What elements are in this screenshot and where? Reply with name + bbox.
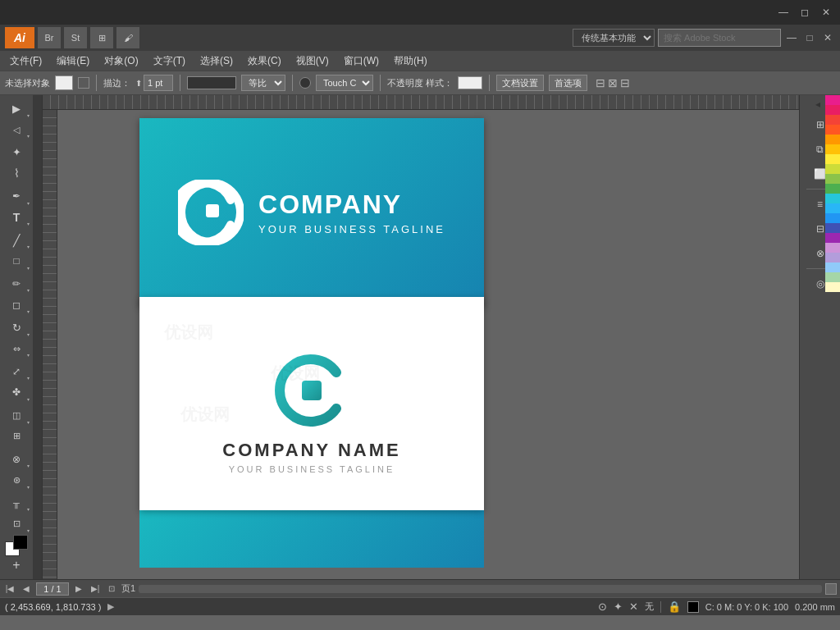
title-bar: — ◻ ✕ — [0, 0, 840, 25]
lower-tagline: YOUR BUSINESS TAGLINE — [229, 464, 395, 474]
main-layout: ▶▾ ◁▾ ✦ ⌇ ✒▾ T▾ ╱▾ □▾ ✏▾ ◻▾ ↻▾ — [0, 95, 840, 579]
doc-settings-button[interactable]: 文档设置 — [496, 75, 544, 91]
scroll-right-btn[interactable] — [825, 583, 837, 595]
menu-select[interactable]: 选择(S) — [194, 51, 240, 71]
star-icon[interactable]: ✦ — [614, 600, 623, 613]
color-info: C: 0 M: 0 Y: 0 K: 100 — [705, 602, 788, 612]
direct-select-tool[interactable]: ◁▾ — [2, 120, 31, 140]
upper-tagline: YOUR BUSINESS TAGLINE — [258, 223, 445, 235]
symbol-sprayer-tool[interactable]: ⊛▾ — [2, 470, 31, 491]
menu-edit[interactable]: 编辑(E) — [50, 51, 96, 71]
select-tool[interactable]: ▶▾ — [2, 98, 31, 119]
logo-c-colored-icon — [271, 349, 353, 431]
card-upper-bg: 优设网 优设网 优设网 优设网 — [139, 118, 484, 307]
last-page-btn[interactable]: ▶| — [89, 582, 102, 596]
first-page-btn[interactable]: |◀ — [3, 582, 16, 596]
touch-select[interactable]: Touch C... — [316, 75, 373, 91]
eraser-tool[interactable]: ◻▾ — [2, 294, 31, 315]
app-logo: Ai — [5, 27, 34, 48]
stock-search-input[interactable] — [658, 29, 781, 47]
upper-card: 优设网 优设网 优设网 优设网 — [139, 118, 484, 294]
magic-wand-tool[interactable]: ✦ — [2, 142, 31, 162]
mesh-tool[interactable]: ⊞ — [2, 427, 31, 447]
app-header: Ai Br St ⊞ 🖌 传统基本功能 — □ ✕ — [0, 25, 840, 51]
stroke-value-input[interactable] — [144, 75, 173, 91]
line-tool[interactable]: ╱▾ — [2, 230, 31, 250]
next-page-btn[interactable]: ▶ — [72, 582, 85, 596]
document-area: 优设网 优设网 优设网 优设网 — [57, 110, 799, 579]
svg-rect-3 — [302, 381, 322, 400]
coords-expand-btn[interactable]: ▶ — [107, 601, 114, 612]
no-selection-label: 未选择对象 — [5, 77, 50, 89]
options-bar: 未选择对象 描边： ⬆ 等比 Touch C... 不透明度 样式： 文档设置 … — [0, 71, 840, 95]
blend-tool[interactable]: ⊗▾ — [2, 449, 31, 469]
artboard-nav-btn[interactable]: ⊡ — [105, 582, 118, 596]
logo-c-white-icon — [178, 180, 244, 245]
workspace-selector[interactable]: 传统基本功能 — [573, 29, 655, 47]
chart-tool[interactable]: ╥▾ — [2, 493, 31, 514]
pencil-tool[interactable]: ✏▾ — [2, 274, 31, 294]
lock-icon: 🔒 — [668, 600, 681, 613]
header-close-btn[interactable]: ✕ — [820, 30, 835, 45]
x-icon[interactable]: ✕ — [629, 600, 638, 613]
lower-company-name: COMPANY NAME — [222, 440, 400, 461]
menu-file[interactable]: 文件(F) — [3, 51, 48, 71]
menu-type[interactable]: 文字(T) — [147, 51, 192, 71]
horizontal-scrollbar[interactable] — [139, 585, 822, 593]
opacity-label: 不透明度 样式： — [387, 77, 453, 89]
slice-tool[interactable]: ⊡▾ — [2, 514, 31, 534]
stock-icon[interactable]: St — [64, 27, 87, 48]
close-button[interactable]: ✕ — [819, 5, 833, 20]
color-swatches-panel — [825, 95, 840, 292]
prev-page-btn[interactable]: ◀ — [20, 582, 33, 596]
distribute-btn[interactable]: ⊠ — [608, 76, 618, 89]
align-btn[interactable]: ⊟ — [596, 76, 605, 89]
reflect-tool[interactable]: ⇔▾ — [2, 339, 31, 359]
pen-tool[interactable]: ✒▾ — [2, 186, 31, 207]
lasso-tool[interactable]: ⌇ — [2, 163, 31, 184]
panel-collapse-btn[interactable]: ◂ — [815, 98, 825, 108]
none-label: 无 — [645, 600, 654, 613]
scale-select[interactable]: 等比 — [241, 75, 285, 91]
stroke-size: 0.200 mm — [795, 602, 835, 612]
fill-color-swatch[interactable] — [687, 601, 699, 613]
stroke-label: 描边： — [103, 77, 130, 89]
layout-icon[interactable]: ⊞ — [90, 27, 113, 48]
warp-tool[interactable]: ✤▾ — [2, 382, 31, 403]
coords-display: ( 2,453.669, 1,810.733 ) — [5, 602, 101, 612]
view-icon[interactable]: ⊙ — [598, 600, 607, 613]
restore-button[interactable]: ◻ — [797, 5, 812, 20]
menu-object[interactable]: 对象(O) — [98, 51, 144, 71]
menu-bar: 文件(F) 编辑(E) 对象(O) 文字(T) 选择(S) 效果(C) 视图(V… — [0, 51, 840, 71]
gradient-tool[interactable]: ◫▾ — [2, 405, 31, 426]
nav-bar: |◀ ◀ ▶ ▶| ⊡ 页1 — [0, 579, 840, 597]
menu-window[interactable]: 窗口(W) — [337, 51, 386, 71]
rect-tool[interactable]: □▾ — [2, 251, 31, 272]
upper-company-name: COMPANY — [258, 189, 445, 220]
page-label: 页1 — [121, 582, 135, 595]
status-bar: ( 2,453.669, 1,810.733 ) ▶ ⊙ ✦ ✕ 无 🔒 C: … — [0, 597, 840, 615]
header-minimize-btn[interactable]: — — [784, 30, 799, 45]
menu-view[interactable]: 视图(V) — [290, 51, 336, 71]
brush-icon[interactable]: 🖌 — [116, 27, 139, 48]
scale-tool[interactable]: ⤢▾ — [2, 361, 31, 381]
svg-rect-2 — [206, 204, 219, 217]
preferences-button[interactable]: 首选项 — [549, 75, 587, 91]
menu-effect[interactable]: 效果(C) — [241, 51, 288, 71]
add-tool-btn[interactable]: + — [12, 558, 20, 573]
type-tool[interactable]: T▾ — [2, 208, 31, 228]
rotate-tool[interactable]: ↻▾ — [2, 317, 31, 338]
minimize-button[interactable]: — — [776, 5, 791, 20]
left-toolbar: ▶▾ ◁▾ ✦ ⌇ ✒▾ T▾ ╱▾ □▾ ✏▾ ◻▾ ↻▾ — [0, 95, 33, 579]
menu-help[interactable]: 帮助(H) — [387, 51, 434, 71]
canvas-area[interactable]: 优设网 优设网 优设网 优设网 — [33, 95, 840, 579]
more-btn[interactable]: ⊟ — [620, 76, 630, 89]
lower-card: 优设网 优设网 优设网 — [139, 297, 484, 568]
bridge-icon[interactable]: Br — [38, 27, 61, 48]
header-restore-btn[interactable]: □ — [802, 30, 817, 45]
page-input[interactable] — [36, 582, 69, 596]
